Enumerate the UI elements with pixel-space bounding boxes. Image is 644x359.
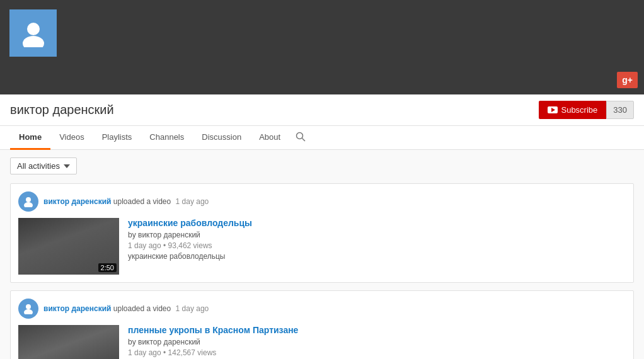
tab-playlists[interactable]: Playlists — [93, 126, 141, 150]
tab-home[interactable]: Home — [10, 126, 50, 150]
svg-marker-6 — [64, 164, 70, 168]
activity-action: uploaded a video — [113, 304, 171, 313]
video-info: украинские рабовлодельцы by виктор дарен… — [128, 218, 626, 261]
person-icon — [23, 303, 34, 314]
thumbnail-image — [18, 325, 119, 359]
avatar — [18, 191, 38, 212]
video-duration: 2:50 — [98, 263, 117, 272]
svg-point-10 — [24, 309, 33, 314]
video-stats: 1 day ago • 142,567 views — [128, 348, 626, 357]
chevron-down-icon — [64, 164, 70, 168]
video-by: by виктор даренский — [128, 338, 626, 346]
activity-meta: виктор даренский uploaded a video 1 day … — [43, 304, 209, 313]
activity-username[interactable]: виктор даренский — [43, 197, 111, 206]
video-info: пленные укропы в Красном Партизане by ви… — [128, 325, 626, 359]
channel-avatar — [9, 9, 57, 57]
channel-header: виктор даренский Subscribe 330 — [0, 94, 644, 126]
svg-line-5 — [302, 139, 306, 142]
video-title[interactable]: украинские рабовлодельцы — [128, 218, 626, 228]
person-icon — [23, 196, 34, 207]
activity-time: 1 day ago — [176, 197, 209, 206]
activity-header: виктор даренский uploaded a video 1 day … — [18, 299, 626, 319]
filter-label: All activities — [17, 161, 60, 171]
video-row: 7:47 пленные укропы в Красном Партизане … — [18, 325, 626, 359]
activity-action: uploaded a video — [113, 197, 171, 206]
svg-point-1 — [23, 36, 44, 47]
subscribe-area: Subscribe 330 — [539, 101, 634, 125]
activity-time: 1 day ago — [176, 304, 209, 313]
video-thumbnail[interactable]: 7:47 — [18, 325, 119, 359]
youtube-icon — [548, 106, 558, 113]
video-stats: 1 day ago • 93,462 views — [128, 241, 626, 250]
subscribe-label: Subscribe — [561, 105, 597, 115]
nav-tabs: Home Videos Playlists Channels Discussio… — [0, 126, 644, 150]
filter-dropdown[interactable]: All activities — [10, 157, 77, 174]
video-description: украинские рабовлодельцы — [128, 252, 626, 261]
video-title[interactable]: пленные укропы в Красном Партизане — [128, 325, 626, 335]
search-icon[interactable] — [289, 127, 312, 149]
activity-header: виктор даренский uploaded a video 1 day … — [18, 191, 626, 212]
filter-bar: All activities — [10, 157, 634, 174]
person-icon — [20, 20, 47, 47]
activity-meta: виктор даренский uploaded a video 1 day … — [43, 197, 209, 206]
subscriber-count: 330 — [606, 101, 634, 119]
tab-videos[interactable]: Videos — [50, 126, 93, 150]
avatar — [18, 299, 38, 319]
tab-channels[interactable]: Channels — [141, 126, 193, 150]
video-thumbnail[interactable]: 2:50 — [18, 218, 119, 275]
tab-about[interactable]: About — [250, 126, 289, 150]
video-by: by виктор даренский — [128, 231, 626, 239]
svg-point-9 — [26, 304, 31, 309]
channel-banner: g+ — [0, 0, 644, 94]
svg-point-8 — [24, 202, 33, 207]
tab-discussion[interactable]: Discussion — [193, 126, 250, 150]
svg-point-0 — [27, 23, 40, 35]
activity-card: виктор даренский uploaded a video 1 day … — [10, 183, 634, 283]
googleplus-button[interactable]: g+ — [617, 72, 638, 88]
content-area: All activities виктор даренский uploaded… — [0, 150, 644, 359]
svg-point-7 — [26, 197, 31, 202]
svg-point-4 — [297, 133, 303, 139]
subscribe-button[interactable]: Subscribe — [539, 101, 606, 119]
video-row: 2:50 украинские рабовлодельцы by виктор … — [18, 218, 626, 275]
activity-username[interactable]: виктор даренский — [43, 304, 111, 313]
activity-card: виктор даренский uploaded a video 1 day … — [10, 290, 634, 359]
channel-title: виктор даренский — [10, 103, 114, 123]
